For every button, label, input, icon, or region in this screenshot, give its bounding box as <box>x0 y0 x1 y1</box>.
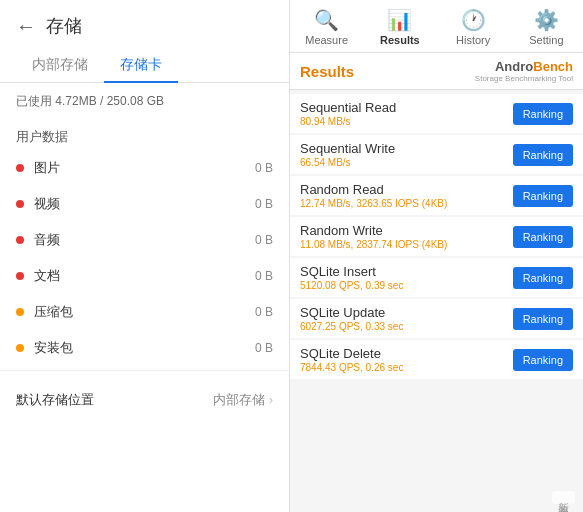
bench-info: Sequential Read 80.94 MB/s <box>300 100 513 127</box>
bench-value-sqlite-delete: 7844.43 QPS, 0.26 sec <box>300 362 513 373</box>
bench-name-rand-read: Random Read <box>300 182 513 197</box>
default-storage-label: 默认存储位置 <box>16 391 213 409</box>
bench-item-sqlite-insert: SQLite Insert 5120.08 QPS, 0.39 sec Rank… <box>290 258 583 297</box>
results-icon: 📊 <box>387 8 412 32</box>
ranking-button-seq-write[interactable]: Ranking <box>513 144 573 166</box>
bench-value-seq-write: 66.54 MB/s <box>300 157 513 168</box>
bench-name-sqlite-insert: SQLite Insert <box>300 264 513 279</box>
list-item: 安装包 0 B <box>0 330 289 366</box>
item-name-audio: 音频 <box>34 231 255 249</box>
bench-item-sqlite-delete: SQLite Delete 7844.43 QPS, 0.26 sec Rank… <box>290 340 583 379</box>
brand-bench: Bench <box>533 59 573 74</box>
bench-info: SQLite Delete 7844.43 QPS, 0.26 sec <box>300 346 513 373</box>
brand-name: AndroBench <box>495 59 573 74</box>
item-size-pictures: 0 B <box>255 161 273 175</box>
nav-results[interactable]: 📊 Results <box>363 0 436 52</box>
brand-andro: Andro <box>495 59 533 74</box>
nav-setting-label: Setting <box>529 34 563 46</box>
divider <box>0 370 289 371</box>
results-title: Results <box>300 63 475 80</box>
item-name-apk: 安装包 <box>34 339 255 357</box>
brand-logo: AndroBench Storage Benchmarking Tool <box>475 59 573 83</box>
chevron-right-icon: › <box>269 393 273 407</box>
bench-info: Sequential Write 66.54 MB/s <box>300 141 513 168</box>
item-size-video: 0 B <box>255 197 273 211</box>
dot-icon <box>16 164 24 172</box>
nav-results-label: Results <box>380 34 420 46</box>
bench-value-sqlite-insert: 5120.08 QPS, 0.39 sec <box>300 280 513 291</box>
bench-value-rand-read: 12.74 MB/s, 3263.65 IOPS (4KB) <box>300 198 513 209</box>
left-panel: ← 存储 内部存储 存储卡 已使用 4.72MB / 250.08 GB 用户数… <box>0 0 290 512</box>
item-name-video: 视频 <box>34 195 255 213</box>
list-item: 文档 0 B <box>0 258 289 294</box>
dot-icon <box>16 308 24 316</box>
dot-icon <box>16 200 24 208</box>
nav-history-label: History <box>456 34 490 46</box>
nav-measure[interactable]: 🔍 Measure <box>290 0 363 52</box>
bench-info: SQLite Insert 5120.08 QPS, 0.39 sec <box>300 264 513 291</box>
ranking-button-sqlite-delete[interactable]: Ranking <box>513 349 573 371</box>
tab-bar: 内部存储 存储卡 <box>0 48 289 83</box>
ranking-button-rand-write[interactable]: Ranking <box>513 226 573 248</box>
nav-measure-label: Measure <box>305 34 348 46</box>
tab-sdcard[interactable]: 存储卡 <box>104 48 178 82</box>
benchmark-list: Sequential Read 80.94 MB/s Ranking Seque… <box>290 90 583 512</box>
dot-icon <box>16 272 24 280</box>
results-header: Results AndroBench Storage Benchmarking … <box>290 53 583 90</box>
ranking-button-sqlite-update[interactable]: Ranking <box>513 308 573 330</box>
bench-value-rand-write: 11.08 MB/s, 2837.74 IOPS (4KB) <box>300 239 513 250</box>
bench-info: Random Read 12.74 MB/s, 3263.65 IOPS (4K… <box>300 182 513 209</box>
default-storage-row[interactable]: 默认存储位置 内部存储 › <box>0 379 289 421</box>
measure-icon: 🔍 <box>314 8 339 32</box>
bench-name-sqlite-update: SQLite Update <box>300 305 513 320</box>
item-name-archive: 压缩包 <box>34 303 255 321</box>
nav-history[interactable]: 🕐 History <box>437 0 510 52</box>
list-item: 图片 0 B <box>0 150 289 186</box>
history-icon: 🕐 <box>461 8 486 32</box>
nav-setting[interactable]: ⚙️ Setting <box>510 0 583 52</box>
default-storage-value: 内部存储 <box>213 391 265 409</box>
ranking-button-sqlite-insert[interactable]: Ranking <box>513 267 573 289</box>
bench-item-seq-write: Sequential Write 66.54 MB/s Ranking <box>290 135 583 174</box>
back-button[interactable]: ← <box>16 15 36 38</box>
item-size-apk: 0 B <box>255 341 273 355</box>
item-name-pictures: 图片 <box>34 159 255 177</box>
right-nav: 🔍 Measure 📊 Results 🕐 History ⚙️ Setting <box>290 0 583 53</box>
ranking-button-seq-read[interactable]: Ranking <box>513 103 573 125</box>
bench-name-seq-read: Sequential Read <box>300 100 513 115</box>
dot-icon <box>16 344 24 352</box>
list-item: 压缩包 0 B <box>0 294 289 330</box>
bench-item-sqlite-update: SQLite Update 6027.25 QPS, 0.33 sec Rank… <box>290 299 583 338</box>
dot-icon <box>16 236 24 244</box>
ranking-button-rand-read[interactable]: Ranking <box>513 185 573 207</box>
item-size-docs: 0 B <box>255 269 273 283</box>
item-size-audio: 0 B <box>255 233 273 247</box>
bench-info: Random Write 11.08 MB/s, 2837.74 IOPS (4… <box>300 223 513 250</box>
bench-item-rand-read: Random Read 12.74 MB/s, 3263.65 IOPS (4K… <box>290 176 583 215</box>
bench-value-sqlite-update: 6027.25 QPS, 0.33 sec <box>300 321 513 332</box>
setting-icon: ⚙️ <box>534 8 559 32</box>
tab-internal[interactable]: 内部存储 <box>16 48 104 82</box>
right-panel: 🔍 Measure 📊 Results 🕐 History ⚙️ Setting… <box>290 0 583 512</box>
bench-item-seq-read: Sequential Read 80.94 MB/s Ranking <box>290 94 583 133</box>
section-user-data: 用户数据 <box>0 120 289 150</box>
bench-item-rand-write: Random Write 11.08 MB/s, 2837.74 IOPS (4… <box>290 217 583 256</box>
item-size-archive: 0 B <box>255 305 273 319</box>
app-container: ← 存储 内部存储 存储卡 已使用 4.72MB / 250.08 GB 用户数… <box>0 0 583 512</box>
storage-usage-info: 已使用 4.72MB / 250.08 GB <box>0 83 289 120</box>
brand-subtitle: Storage Benchmarking Tool <box>475 74 573 83</box>
bench-name-sqlite-delete: SQLite Delete <box>300 346 513 361</box>
list-item: 视频 0 B <box>0 186 289 222</box>
watermark: 新 浪 众 观 <box>552 491 575 504</box>
page-title: 存储 <box>46 14 82 38</box>
list-item: 音频 0 B <box>0 222 289 258</box>
left-header: ← 存储 <box>0 0 289 48</box>
bench-value-seq-read: 80.94 MB/s <box>300 116 513 127</box>
bench-info: SQLite Update 6027.25 QPS, 0.33 sec <box>300 305 513 332</box>
bench-name-rand-write: Random Write <box>300 223 513 238</box>
item-name-docs: 文档 <box>34 267 255 285</box>
bench-name-seq-write: Sequential Write <box>300 141 513 156</box>
